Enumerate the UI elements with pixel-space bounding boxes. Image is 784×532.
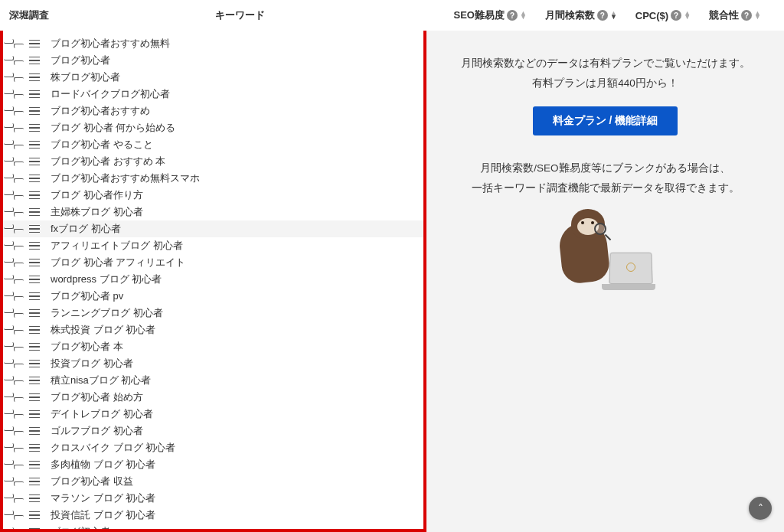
keyword-row[interactable]: デイトレブログ 初心者 [3,406,423,423]
keyword-row[interactable]: ブログ初心者おすすめ [3,103,423,119]
keyword-row[interactable]: wordpress ブログ 初心者 [3,271,423,288]
keyword-row[interactable]: ブログ初心者おすすめ無料 [3,35,423,52]
detail-icon[interactable] [29,343,40,351]
keyword-row[interactable]: ブログ初心者asp [3,524,423,529]
keyword-row[interactable]: ブログ 初心者 何から始める [3,119,423,136]
detail-icon[interactable] [29,377,40,384]
keyword-row[interactable]: 多肉植物 ブログ 初心者 [3,456,423,473]
keyword-text: デイトレブログ 初心者 [51,407,419,421]
detail-icon[interactable] [29,427,40,435]
detail-icon[interactable] [29,259,40,266]
keyword-row[interactable]: ブログ初心者 [3,52,423,69]
keyword-text: ブログ 初心者作り方 [51,188,419,202]
keyword-text: ブログ初心者 おすすめ 本 [51,155,419,168]
keyword-row[interactable]: ブログ初心者 収益 [3,473,423,490]
detail-icon[interactable] [29,208,40,216]
detail-icon[interactable] [29,175,40,182]
sort-icon[interactable] [684,11,691,19]
keyword-text: ブログ 初心者 何から始める [51,121,419,135]
keyword-row[interactable]: 主婦株ブログ 初心者 [3,204,423,220]
keyword-text: ブログ 初心者 アフィリエイト [51,256,419,269]
keyword-text: マラソン ブログ 初心者 [51,491,419,505]
promo-line4: 一括キーワード調査機能で最新データを取得できます。 [457,178,753,198]
keyword-row[interactable]: ブログ初心者 始め方 [3,389,423,406]
help-icon[interactable]: ? [507,10,518,21]
keyword-text: ロードバイクブログ初心者 [51,87,419,101]
detail-icon[interactable] [29,478,40,485]
detail-icon[interactable] [29,326,40,334]
detail-icon[interactable] [29,191,40,199]
keyword-row[interactable]: クロスバイク ブログ 初心者 [3,439,423,456]
keyword-text: wordpress ブログ 初心者 [51,273,419,286]
sort-icon[interactable] [520,11,527,19]
keyword-panel: ブログ初心者おすすめ無料ブログ初心者株ブログ初心者ロードバイクブログ初心者ブログ… [0,0,426,532]
keyword-row[interactable]: 株ブログ初心者 [3,69,423,86]
help-icon[interactable]: ? [741,10,752,21]
detail-icon[interactable] [29,360,40,367]
keyword-row[interactable]: 積立nisaブログ 初心者 [3,372,423,389]
detail-icon[interactable] [29,276,40,283]
keyword-row[interactable]: ランニングブログ 初心者 [3,305,423,321]
detail-icon[interactable] [29,57,40,64]
detail-icon[interactable] [29,124,40,132]
table-header: 深堀調査 キーワード SEO難易度?月間検索数?CPC($)?競合性? [0,0,784,31]
keyword-row[interactable]: ブログ初心者おすすめ無料スマホ [3,170,423,187]
col-cpc[interactable]: CPC($)? [626,10,700,21]
detail-icon[interactable] [29,309,40,317]
keyword-row[interactable]: 株式投資 ブログ 初心者 [3,321,423,338]
detail-icon[interactable] [29,90,40,98]
keyword-row[interactable]: マラソン ブログ 初心者 [3,490,423,507]
keyword-text: 主婦株ブログ 初心者 [51,205,419,219]
detail-icon[interactable] [29,494,40,502]
pricing-button[interactable]: 料金プラン / 機能詳細 [533,106,678,135]
keyword-row[interactable]: ブログ初心者 おすすめ 本 [3,153,423,170]
keyword-text: ゴルフブログ 初心者 [51,424,419,438]
detail-icon[interactable] [29,511,40,519]
keyword-row[interactable]: ブログ 初心者 アフィリエイト [3,254,423,271]
detail-icon[interactable] [29,393,40,401]
detail-icon[interactable] [29,158,40,165]
detail-icon[interactable] [29,141,40,149]
keyword-row[interactable]: 投資ブログ 初心者 [3,355,423,372]
detail-icon[interactable] [29,410,40,418]
keyword-row[interactable]: ブログ 初心者作り方 [3,187,423,204]
keyword-row[interactable]: ブログ初心者 やること [3,136,423,153]
detail-icon[interactable] [29,528,40,529]
keyword-list: ブログ初心者おすすめ無料ブログ初心者株ブログ初心者ロードバイクブログ初心者ブログ… [3,35,423,529]
col-keyword[interactable]: キーワード [54,8,426,22]
help-icon[interactable]: ? [671,10,681,21]
keyword-text: 多肉植物 ブログ 初心者 [51,458,419,472]
keyword-row[interactable]: ロードバイクブログ初心者 [3,86,423,103]
keyword-text: ブログ初心者おすすめ無料 [51,37,419,51]
detail-icon[interactable] [29,73,40,81]
keyword-text: 株ブログ初心者 [51,70,419,84]
keyword-text: 積立nisaブログ 初心者 [51,374,419,387]
keyword-text: ブログ初心者おすすめ無料スマホ [51,171,419,185]
keyword-row[interactable]: ブログ初心者 pv [3,288,423,305]
detail-icon[interactable] [29,461,40,468]
detail-icon[interactable] [29,225,40,233]
detail-icon[interactable] [29,40,40,47]
col-dig[interactable]: 深堀調査 [0,8,54,22]
keyword-row[interactable]: fxブログ 初心者 [3,220,423,237]
keyword-text: ブログ初心者 収益 [51,475,419,488]
sort-icon[interactable] [610,11,617,19]
detail-icon[interactable] [29,242,40,250]
col-volume[interactable]: 月間検索数? [536,8,626,22]
keyword-row[interactable]: ゴルフブログ 初心者 [3,423,423,439]
detail-icon[interactable] [29,292,40,300]
col-competition[interactable]: 競合性? [700,8,770,22]
keyword-row[interactable]: 投資信託 ブログ 初心者 [3,507,423,524]
keyword-text: アフィリエイトブログ 初心者 [51,239,419,253]
keyword-text: 投資信託 ブログ 初心者 [51,508,419,522]
detail-icon[interactable] [29,107,40,115]
scroll-top-button[interactable]: ˄ [749,497,772,520]
help-icon[interactable]: ? [597,10,608,21]
col-seo[interactable]: SEO難易度? [445,8,536,22]
keyword-text: 株式投資 ブログ 初心者 [51,323,419,337]
keyword-row[interactable]: アフィリエイトブログ 初心者 [3,237,423,254]
sort-icon[interactable] [754,11,761,19]
col-label: SEO難易度 [454,8,505,22]
keyword-row[interactable]: ブログ初心者 本 [3,338,423,355]
detail-icon[interactable] [29,444,40,452]
